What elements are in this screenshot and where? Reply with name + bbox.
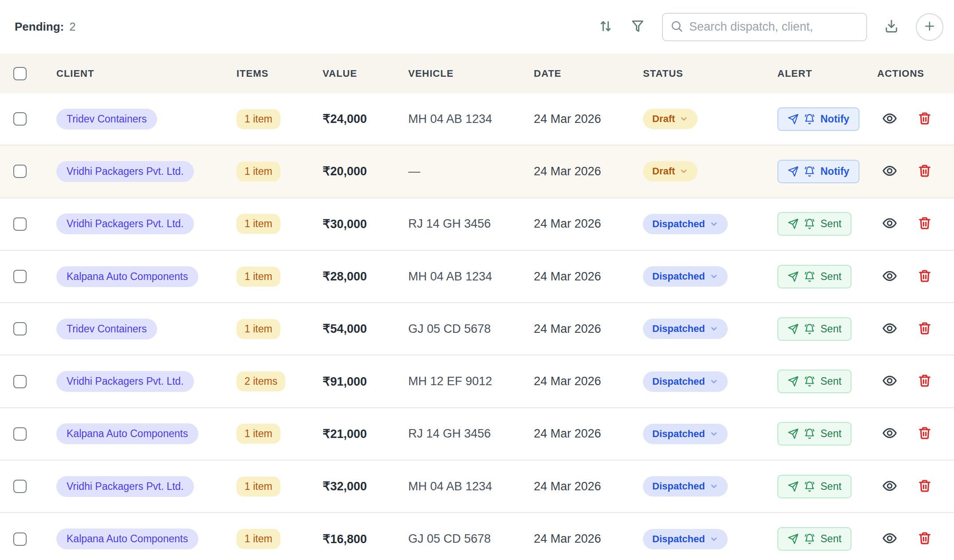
eye-icon [882,163,898,180]
client-badge[interactable]: Tridev Containers [56,109,157,130]
client-badge[interactable]: Kalpana Auto Components [56,423,198,444]
chevron-down-icon [710,482,718,491]
topbar: Pending: 2 [0,0,954,54]
sort-button[interactable] [598,19,613,35]
alert-button[interactable]: Sent [777,265,852,288]
table-row: Vridhi Packagers Pvt. Ltd. 2 items ₹91,0… [0,355,954,408]
row-checkbox[interactable] [13,165,27,178]
status-label: Dispatched [652,323,705,335]
delete-button[interactable] [918,111,932,127]
alert-button[interactable]: Sent [777,317,852,341]
view-button[interactable] [882,478,898,495]
row-checkbox[interactable] [13,375,27,388]
status-badge[interactable]: Dispatched [643,476,728,497]
table-row: Tridev Containers 1 item ₹24,000 MH 04 A… [0,93,954,146]
status-badge[interactable]: Dispatched [643,371,728,392]
select-all-checkbox[interactable] [13,67,27,80]
status-label: Dispatched [652,533,705,545]
row-checkbox[interactable] [13,270,27,283]
row-checkbox[interactable] [13,427,27,441]
status-badge[interactable]: Draft [643,109,698,129]
view-button[interactable] [882,163,898,180]
add-button[interactable] [916,13,943,41]
search-input[interactable] [689,20,859,34]
header-vehicle: VEHICLE [408,68,534,79]
status-label: Draft [652,113,675,125]
filter-button[interactable] [630,19,645,35]
row-checkbox[interactable] [13,217,27,231]
alert-button[interactable]: Sent [777,422,852,446]
bell-icon [804,481,815,492]
delete-button[interactable] [918,321,932,337]
client-badge[interactable]: Vridhi Packagers Pvt. Ltd. [56,371,194,392]
view-button[interactable] [882,425,898,442]
eye-icon [882,373,898,390]
alert-label: Sent [820,323,841,335]
delete-button[interactable] [918,531,932,547]
row-checkbox[interactable] [13,480,27,493]
alert-button[interactable]: Sent [777,212,852,236]
table-row: Vridhi Packagers Pvt. Ltd. 1 item ₹32,00… [0,461,954,513]
status-badge[interactable]: Dispatched [643,529,728,549]
status-badge[interactable]: Draft [643,161,698,181]
alert-label: Notify [820,166,849,177]
view-button[interactable] [882,215,898,233]
chevron-down-icon [710,220,718,229]
trash-icon [918,164,932,179]
client-badge[interactable]: Kalpana Auto Components [56,266,198,287]
delete-button[interactable] [918,269,932,284]
date-cell: 24 Mar 2026 [534,322,643,336]
alert-button[interactable]: Notify [777,107,859,131]
plus-icon [923,20,936,34]
view-button[interactable] [882,268,898,285]
table-row: Vridhi Packagers Pvt. Ltd. 1 item ₹30,00… [0,198,954,251]
table-row: Vridhi Packagers Pvt. Ltd. 1 item ₹20,00… [0,146,954,198]
header-status: STATUS [643,68,777,79]
alert-button[interactable]: Sent [777,527,852,551]
client-badge[interactable]: Kalpana Auto Components [56,528,198,549]
eye-icon [882,425,898,442]
pending-summary: Pending: 2 [15,20,76,34]
alert-button[interactable]: Sent [777,370,852,393]
client-badge[interactable]: Vridhi Packagers Pvt. Ltd. [56,476,194,497]
row-checkbox[interactable] [13,322,27,335]
alert-label: Sent [820,428,841,440]
row-checkbox[interactable] [13,532,27,546]
sort-icon [598,19,613,35]
status-badge[interactable]: Dispatched [643,266,728,287]
download-icon [884,19,899,35]
view-button[interactable] [882,110,898,128]
vehicle-cell: MH 04 AB 1234 [408,480,534,493]
client-badge[interactable]: Tridev Containers [56,319,157,339]
table-header: CLIENT ITEMS VALUE VEHICLE DATE STATUS A… [0,54,954,93]
delete-button[interactable] [918,216,932,232]
header-actions: ACTIONS [877,68,954,79]
alert-button[interactable]: Notify [777,160,859,183]
eye-icon [882,320,898,338]
bell-icon [804,166,815,177]
status-label: Dispatched [652,271,705,282]
chevron-down-icon [710,324,718,333]
delete-button[interactable] [918,426,932,442]
view-button[interactable] [882,530,898,548]
delete-button[interactable] [918,374,932,389]
status-badge[interactable]: Dispatched [643,214,728,234]
vehicle-cell: MH 04 AB 1234 [408,112,534,126]
status-label: Dispatched [652,428,705,440]
view-button[interactable] [882,320,898,338]
status-badge[interactable]: Dispatched [643,424,728,444]
status-badge[interactable]: Dispatched [643,319,728,339]
table-row: Kalpana Auto Components 1 item ₹28,000 M… [0,251,954,303]
client-badge[interactable]: Vridhi Packagers Pvt. Ltd. [56,161,194,182]
chevron-down-icon [710,377,718,386]
trash-icon [918,426,932,442]
view-button[interactable] [882,373,898,390]
client-badge[interactable]: Vridhi Packagers Pvt. Ltd. [56,213,194,234]
row-checkbox[interactable] [13,112,27,126]
items-badge: 1 item [237,319,280,339]
delete-button[interactable] [918,479,932,494]
delete-button[interactable] [918,164,932,179]
download-button[interactable] [884,19,899,35]
header-date: DATE [534,68,643,79]
alert-button[interactable]: Sent [777,475,852,498]
